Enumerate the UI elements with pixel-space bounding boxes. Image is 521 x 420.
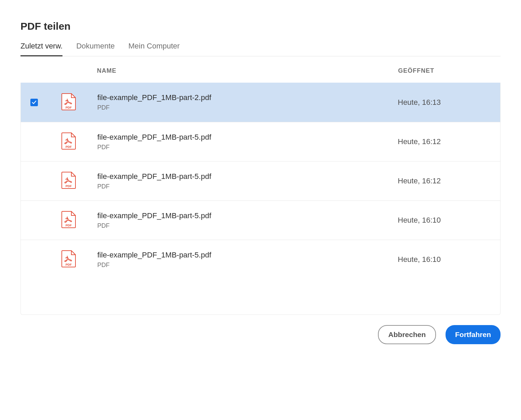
continue-button[interactable]: Fortfahren bbox=[446, 325, 501, 344]
file-name: file-example_PDF_1MB-part-5.pdf bbox=[97, 211, 398, 220]
file-opened: Heute, 16:13 bbox=[398, 98, 441, 107]
tab-documents[interactable]: Dokumente bbox=[76, 42, 115, 56]
column-header-name[interactable]: NAME bbox=[97, 67, 116, 74]
pdf-file-icon: PDF bbox=[61, 211, 76, 228]
svg-text:PDF: PDF bbox=[66, 184, 72, 188]
file-type: PDF bbox=[97, 104, 398, 111]
table-row[interactable]: PDF file-example_PDF_1MB-part-5.pdf PDF … bbox=[21, 161, 500, 200]
pdf-file-icon: PDF bbox=[61, 250, 76, 268]
file-name: file-example_PDF_1MB-part-5.pdf bbox=[97, 172, 398, 181]
tab-my-computer[interactable]: Mein Computer bbox=[128, 42, 180, 56]
file-name: file-example_PDF_1MB-part-2.pdf bbox=[97, 93, 398, 102]
column-header-opened[interactable]: GEÖFFNET bbox=[398, 67, 434, 74]
share-pdf-dialog: PDF teilen Zuletzt verw. Dokumente Mein … bbox=[0, 0, 521, 358]
table-row[interactable]: PDF file-example_PDF_1MB-part-5.pdf PDF … bbox=[21, 122, 500, 161]
pdf-file-icon: PDF bbox=[61, 171, 76, 189]
check-icon bbox=[32, 100, 37, 105]
cancel-button[interactable]: Abbrechen bbox=[378, 325, 436, 344]
file-type: PDF bbox=[97, 222, 398, 229]
file-opened: Heute, 16:12 bbox=[398, 177, 441, 185]
file-name: file-example_PDF_1MB-part-5.pdf bbox=[97, 251, 398, 260]
svg-text:PDF: PDF bbox=[66, 263, 72, 266]
file-name: file-example_PDF_1MB-part-5.pdf bbox=[97, 133, 398, 142]
pdf-file-icon: PDF bbox=[61, 132, 76, 150]
file-opened: Heute, 16:12 bbox=[398, 137, 441, 146]
file-type: PDF bbox=[97, 262, 398, 269]
dialog-footer: Abbrechen Fortfahren bbox=[20, 325, 501, 344]
table-row[interactable]: PDF file-example_PDF_1MB-part-5.pdf PDF … bbox=[21, 240, 500, 279]
pdf-file-icon: PDF bbox=[61, 93, 76, 111]
file-opened: Heute, 16:10 bbox=[398, 216, 441, 224]
svg-text:PDF: PDF bbox=[66, 145, 72, 149]
file-table: PDF file-example_PDF_1MB-part-2.pdf PDF … bbox=[20, 83, 501, 315]
row-checkbox[interactable] bbox=[30, 99, 38, 106]
svg-text:PDF: PDF bbox=[66, 224, 72, 227]
table-row[interactable]: PDF file-example_PDF_1MB-part-2.pdf PDF … bbox=[21, 83, 500, 122]
table-row[interactable]: PDF file-example_PDF_1MB-part-5.pdf PDF … bbox=[21, 200, 500, 240]
tabs: Zuletzt verw. Dokumente Mein Computer bbox=[20, 42, 501, 56]
file-opened: Heute, 16:10 bbox=[398, 255, 441, 264]
svg-text:PDF: PDF bbox=[66, 106, 72, 109]
file-type: PDF bbox=[97, 144, 398, 151]
tab-recent[interactable]: Zuletzt verw. bbox=[20, 42, 62, 56]
file-type: PDF bbox=[97, 183, 398, 190]
table-header: NAME GEÖFFNET bbox=[20, 56, 501, 83]
file-list: PDF file-example_PDF_1MB-part-2.pdf PDF … bbox=[21, 83, 500, 279]
dialog-title: PDF teilen bbox=[20, 20, 501, 32]
